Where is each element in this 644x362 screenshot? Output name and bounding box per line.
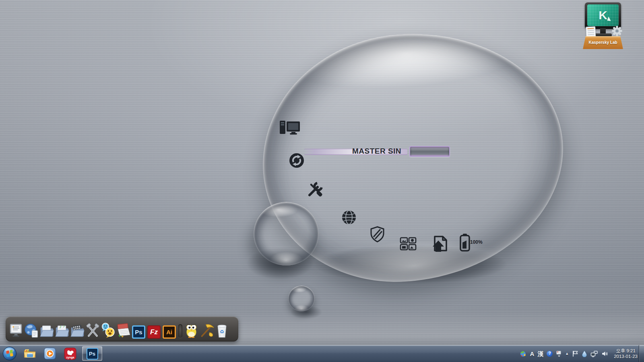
action-center-flag-icon[interactable] [572,350,578,357]
widget-meter-slot [409,146,450,157]
water-drop-small [288,286,315,311]
globe-icon[interactable] [341,210,357,225]
dock-item-folder-music[interactable]: ♪ ♪ [55,320,70,339]
svg-text:+: + [121,334,124,339]
volume-tray-icon[interactable] [601,350,608,357]
dock-item-recycle-bin[interactable]: ♻ [215,320,229,339]
sync-icon[interactable] [289,153,304,168]
svg-text:zynga: zynga [66,356,74,359]
svg-text:♻: ♻ [220,329,224,335]
water-drop-medium [254,202,319,265]
dock-item-folder-videos[interactable] [70,320,85,339]
dock: ♪ ♪ [6,317,238,341]
show-desktop-button[interactable] [639,345,644,362]
kaspersky-shortcut[interactable]: K Kaspersky Lab [583,2,623,50]
svg-text:♪: ♪ [63,324,65,328]
taskbar-clock[interactable]: 오후 9:21 2013-01-23 [611,348,638,359]
dock-item-chick-mascot[interactable] [184,320,199,339]
svg-text:♪: ♪ [59,324,62,329]
system-tray: A 漢 ? ▲ [520,345,638,362]
network-tray-icon[interactable] [590,350,598,357]
taskbar-explorer-button[interactable] [22,346,38,361]
gallery-icon[interactable] [400,237,417,251]
kaspersky-screen: K [587,4,619,26]
dock-item-gold-tools[interactable] [199,320,214,339]
home-upload-icon[interactable] [429,235,448,252]
tools-icon[interactable] [306,180,325,199]
photoshop-label: Ps [135,329,142,335]
hidden-icons-button[interactable]: ▲ [565,352,569,356]
dock-item-photoshop[interactable]: Ps [131,320,146,339]
kaspersky-label: Kaspersky Lab [583,40,623,45]
ime-language-mode[interactable]: A [530,351,534,357]
dock-item-metal-tools[interactable] [85,320,100,339]
photoshop-task-label: Ps [89,351,95,357]
dock-separator [178,324,182,338]
ime-toolbar-icon[interactable] [556,350,562,357]
dock-item-filezilla[interactable]: Fz [147,320,161,339]
illustrator-label: Ai [166,329,172,335]
gear-icon [611,25,623,37]
water-drop-tray-icon[interactable] [582,350,587,357]
desktop: MASTER SIN [0,0,644,362]
dock-item-notepad[interactable]: + + [116,320,131,339]
small-drop-shadow [284,302,328,322]
dock-item-illustrator[interactable]: Ai [162,320,177,339]
filezilla-label: Fz [150,328,158,336]
battery-percent-label: 100% [470,239,483,245]
battery-icon[interactable] [459,233,471,252]
clock-date: 2013-01-23 [614,354,638,359]
svg-text:+: + [118,333,121,339]
taskbar: zynga Ps A 漢 ? [0,345,644,362]
taskbar-media-player-button[interactable] [42,346,58,361]
clock-time: 오후 9:21 [614,348,638,354]
widget-title: MASTER SIN [345,147,409,156]
taskbar-photoshop-task[interactable]: Ps [82,346,102,361]
dock-item-messenger-smileys[interactable] [101,320,116,339]
start-button[interactable] [2,346,18,362]
shield-icon[interactable] [370,226,384,243]
language-bar-icon[interactable] [520,350,526,357]
ime-hanja-key[interactable]: 漢 [537,351,543,357]
dock-item-computer-documents[interactable] [9,320,24,339]
ime-help-icon[interactable]: ? [547,351,553,357]
dock-item-browser-globe[interactable] [24,320,39,339]
kaspersky-k-logo: K [587,4,619,26]
computer-icon[interactable] [279,120,300,136]
taskbar-zynga-button[interactable]: zynga [62,346,78,361]
medium-drop-shadow [233,241,326,286]
dock-item-folder-documents[interactable] [39,320,54,339]
